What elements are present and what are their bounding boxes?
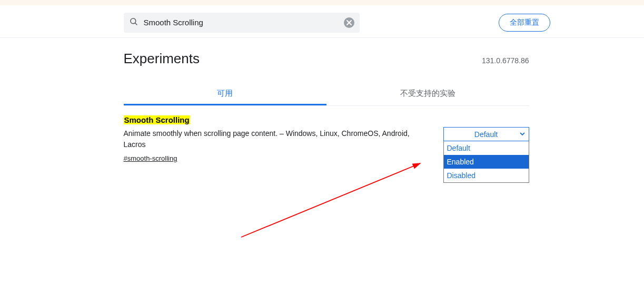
search-input[interactable] xyxy=(144,18,339,27)
dropdown-list: Default Enabled Disabled xyxy=(443,141,529,183)
experiment-description: Animate smoothly when scrolling page con… xyxy=(124,128,419,150)
experiment-title: Smooth Scrolling xyxy=(124,115,433,125)
toolbar: 全部重置 xyxy=(0,5,644,38)
search-icon xyxy=(129,17,138,28)
tab-available[interactable]: 可用 xyxy=(124,83,326,105)
dropdown-option-disabled[interactable]: Disabled xyxy=(444,169,529,182)
svg-line-5 xyxy=(241,163,420,237)
dropdown-selected-label: Default xyxy=(474,130,498,139)
svg-line-1 xyxy=(135,23,137,25)
highlight-match: Smooth Scrolling xyxy=(124,115,190,124)
tabs: 可用 不受支持的实验 xyxy=(124,83,529,106)
page-title: Experiments xyxy=(124,51,200,67)
experiment-dropdown[interactable]: Default xyxy=(443,127,529,141)
search-box[interactable] xyxy=(124,13,360,33)
dropdown-option-default[interactable]: Default xyxy=(444,141,529,155)
dropdown-option-enabled[interactable]: Enabled xyxy=(444,155,529,169)
reset-all-button[interactable]: 全部重置 xyxy=(499,14,550,32)
experiment-row: Smooth Scrolling Animate smoothly when s… xyxy=(124,106,529,163)
version-label: 131.0.6778.86 xyxy=(482,56,529,65)
top-strip xyxy=(0,0,644,5)
page-content: Experiments 131.0.6778.86 可用 不受支持的实验 Smo… xyxy=(124,38,529,163)
clear-search-icon[interactable] xyxy=(344,17,354,28)
chevron-down-icon xyxy=(519,130,526,139)
tab-unavailable[interactable]: 不受支持的实验 xyxy=(326,83,529,105)
experiment-hash-link[interactable]: #smooth-scrolling xyxy=(124,154,177,162)
annotation-arrow xyxy=(225,158,436,253)
